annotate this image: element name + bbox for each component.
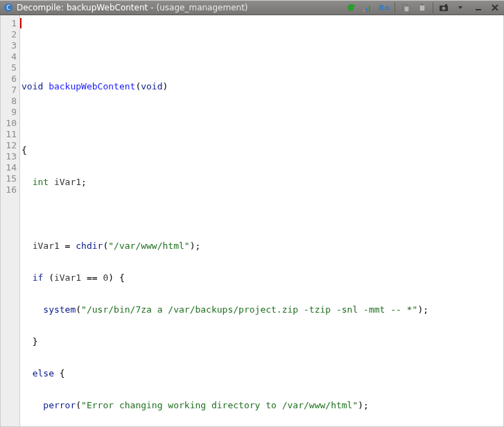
code-line bbox=[21, 49, 503, 60]
copy-button[interactable] bbox=[398, 1, 413, 15]
svg-rect-3 bbox=[366, 8, 367, 12]
line-number: 8 bbox=[1, 96, 17, 107]
toolbar-separator-2 bbox=[433, 2, 433, 13]
toolbar: Ro bbox=[343, 1, 468, 15]
code-line: { bbox=[21, 145, 503, 156]
app-icon: C bbox=[3, 2, 14, 13]
svg-rect-4 bbox=[369, 6, 370, 12]
refresh-button[interactable] bbox=[343, 1, 358, 15]
paste-button[interactable] bbox=[415, 1, 430, 15]
graph-button[interactable] bbox=[360, 1, 375, 15]
line-number: 13 bbox=[1, 151, 17, 162]
code-view[interactable]: void backupWebContent(void) { int iVar1;… bbox=[20, 15, 503, 426]
svg-text:C: C bbox=[6, 4, 10, 11]
svg-point-10 bbox=[442, 7, 446, 10]
code-line: system("/usr/bin/7za a /var/backups/proj… bbox=[21, 304, 503, 315]
text-cursor bbox=[20, 18, 21, 28]
code-line: iVar1 = chdir("/var/www/html"); bbox=[21, 241, 503, 252]
title-prefix: Decompile: bbox=[17, 3, 64, 12]
line-number: 14 bbox=[1, 162, 17, 173]
code-line bbox=[21, 209, 503, 220]
line-number: 10 bbox=[1, 118, 17, 129]
title-dash: - bbox=[150, 3, 153, 12]
svg-rect-11 bbox=[445, 4, 447, 6]
minimize-button[interactable] bbox=[472, 1, 485, 14]
line-number: 16 bbox=[1, 184, 17, 195]
decompile-window: C Decompile: backupWebContent - (usage_m… bbox=[0, 0, 504, 427]
line-number: 1 bbox=[1, 18, 17, 29]
line-number: 12 bbox=[1, 140, 17, 151]
line-number: 2 bbox=[1, 29, 17, 40]
svg-rect-8 bbox=[421, 3, 424, 6]
line-gutter: 1 2 3 4 5 6 7 8 9 10 11 12 13 14 15 16 bbox=[1, 15, 20, 426]
code-line: void backupWebContent(void) bbox=[21, 81, 503, 92]
line-number: 15 bbox=[1, 173, 17, 184]
title-context: (usage_management) bbox=[157, 3, 248, 12]
editor-area: 1 2 3 4 5 6 7 8 9 10 11 12 13 14 15 16 v… bbox=[0, 15, 504, 427]
line-number: 5 bbox=[1, 62, 17, 73]
svg-rect-2 bbox=[363, 10, 365, 12]
line-number: 6 bbox=[1, 73, 17, 85]
code-line: if (iVar1 == 0) { bbox=[21, 272, 503, 284]
dropdown-button[interactable] bbox=[453, 1, 468, 15]
snapshot-button[interactable] bbox=[436, 1, 451, 15]
toolbar-separator bbox=[394, 2, 395, 13]
code-line bbox=[21, 113, 503, 124]
code-line: } bbox=[21, 336, 503, 347]
svg-rect-12 bbox=[476, 9, 481, 10]
svg-rect-6 bbox=[404, 6, 409, 12]
line-number: 7 bbox=[1, 85, 17, 96]
line-number: 11 bbox=[1, 129, 17, 140]
code-line: perror("Error changing working directory… bbox=[21, 400, 503, 411]
line-number: 9 bbox=[1, 107, 17, 118]
code-line: int iVar1; bbox=[21, 177, 503, 188]
close-icon[interactable] bbox=[489, 1, 501, 14]
title-function: backupWebContent bbox=[67, 3, 148, 12]
svg-rect-7 bbox=[419, 5, 425, 11]
code-line: else { bbox=[21, 368, 503, 379]
readonly-toggle[interactable]: Ro bbox=[376, 1, 392, 15]
line-number: 3 bbox=[1, 40, 17, 51]
line-number: 4 bbox=[1, 51, 17, 62]
titlebar: C Decompile: backupWebContent - (usage_m… bbox=[0, 1, 504, 15]
